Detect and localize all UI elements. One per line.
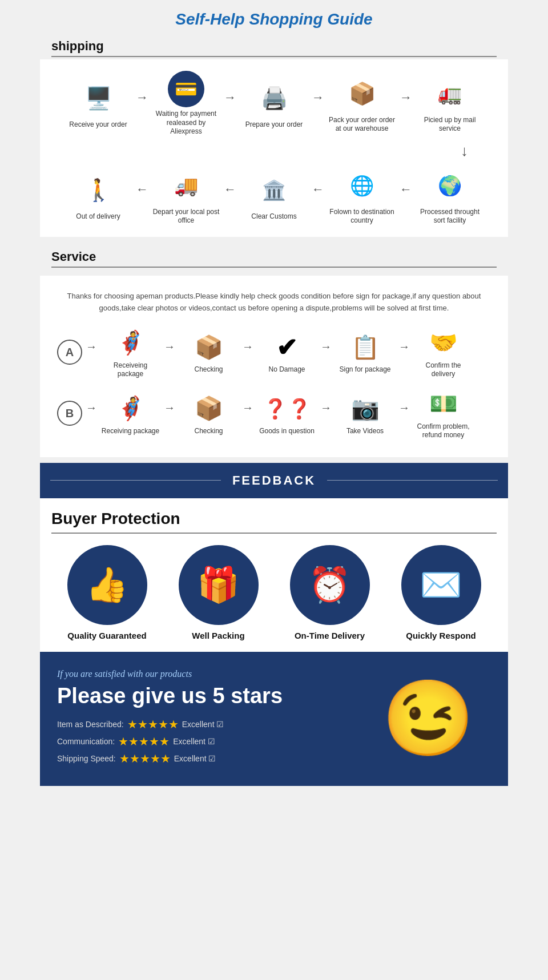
box-a-icon: 📦 — [195, 330, 223, 364]
stars-row-3: Shipping Speed: ★★★★★ Excellent ☑ — [57, 752, 365, 765]
handshake-a-icon: 🤝 — [429, 326, 458, 360]
stars-row-2-stars: ★★★★★ — [118, 735, 170, 748]
shipping-step-8: 🏛️ Clear Customs — [240, 170, 308, 221]
service-b-3-label: Goods in question — [259, 427, 315, 436]
buyer-section: Buyer Protection 👍 Quality Guaranteed 🎁 … — [40, 498, 508, 652]
arrow-6: ← — [224, 182, 236, 208]
timer-icon: ⏰ — [290, 545, 370, 625]
buyer-icons: 👍 Quality Guaranteed 🎁 Well Packing ⏰ On… — [51, 545, 497, 640]
stars-main: Please give us 5 stars — [57, 684, 365, 708]
arrow-a0: → — [86, 340, 97, 365]
hero-b-icon: 🦸 — [116, 392, 145, 426]
service-a-step-2: 📦 Checking — [179, 330, 239, 374]
buyer-title: Buyer Protection — [51, 510, 497, 534]
arrow-b4: → — [398, 401, 410, 426]
stars-row-2: Communication: ★★★★★ Excellent ☑ — [57, 735, 365, 748]
arrow-a1: → — [164, 340, 175, 365]
box-b-icon: 📦 — [195, 392, 223, 426]
service-b-4-label: Take Videos — [346, 427, 384, 436]
shipping-step-2-label: Waiting for payment realeased by Aliexpr… — [152, 110, 220, 136]
shipping-step-8-label: Clear Customs — [251, 212, 296, 221]
shipping-step-6-label: Out of delivery — [76, 212, 120, 221]
shipping-header: shipping — [40, 34, 508, 59]
shipping-step-7: 🚚 Depart your local post office — [152, 166, 220, 225]
shipping-step-5: 🚛 Picied up by mail service — [416, 74, 484, 134]
clipboard-a-icon: 📋 — [351, 330, 380, 364]
quality-icon: 👍 — [67, 545, 147, 625]
stars-row-2-text: Excellent ☑ — [173, 737, 215, 746]
stars-row-3-stars: ★★★★★ — [119, 752, 171, 765]
computer-icon: 🖥️ — [75, 78, 121, 118]
page-title: Self-Help Shopping Guide — [40, 0, 508, 34]
arrow-b1: → — [164, 401, 175, 426]
buyer-label-2: Well Packing — [192, 631, 244, 640]
service-b-step-1: 🦸 Receiving package — [100, 392, 160, 436]
buyer-item-2: 🎁 Well Packing — [173, 545, 264, 640]
service-header: Service — [40, 245, 508, 270]
down-arrow: ↓ — [46, 142, 502, 160]
hero-a-icon: 🦸 — [116, 326, 145, 360]
service-description: Thanks for choosing apeman products.Plea… — [51, 291, 497, 314]
shipping-row-1: 🖥️ Receive your order → 💳 Waiting for pa… — [46, 71, 502, 136]
print-icon: 🖨️ — [251, 78, 297, 118]
question-b-icon: ❓❓ — [263, 392, 311, 426]
stars-section: If you are satisfied with our products P… — [40, 652, 508, 786]
shipping-step-1: 🖥️ Receive your order — [64, 78, 132, 130]
service-row-a: A → 🦸 Receiveing package → 📦 Checking → … — [51, 326, 497, 379]
shipping-step-2: 💳 Waiting for payment realeased by Aliex… — [152, 71, 220, 136]
arrow-b3: → — [320, 401, 332, 426]
arrow-5: ← — [136, 182, 148, 208]
shipping-block: 🖥️ Receive your order → 💳 Waiting for pa… — [40, 59, 508, 237]
service-a-step-1: 🦸 Receiveing package — [100, 326, 160, 379]
arrow-a3: → — [320, 340, 332, 365]
arrow-1: → — [136, 90, 148, 116]
service-a-2-label: Checking — [194, 365, 223, 374]
arrow-3: → — [312, 90, 324, 116]
stars-row-3-text: Excellent ☑ — [174, 754, 216, 763]
arrow-2: → — [224, 90, 236, 116]
yellow-truck-icon: 🚚 — [163, 166, 209, 205]
service-b-step-5: 💵 Confirm problem, refund money — [413, 387, 473, 440]
service-a-3-label: No Damage — [268, 365, 305, 374]
check-a-icon: ✔ — [276, 330, 297, 364]
feedback-banner: FEEDBACK — [40, 463, 508, 498]
stars-left: If you are satisfied with our products P… — [57, 669, 365, 769]
stars-row-3-label: Shipping Speed: — [57, 754, 116, 763]
box-icon: 📦 — [339, 74, 385, 114]
feedback-line-right — [327, 480, 498, 481]
service-a-step-5: 🤝 Confirm the delivery — [413, 326, 473, 379]
shipping-step-4-label: Pack your order order at our warehouse — [328, 116, 396, 134]
arrow-7: ← — [312, 182, 324, 208]
shipping-step-10-label: Processed throught sort facility — [416, 208, 484, 225]
stars-row-1-text: Excellent ☑ — [182, 720, 224, 729]
buyer-item-4: ✉️ Quickly Respond — [396, 545, 487, 640]
stars-row-2-label: Communication: — [57, 737, 115, 746]
arrow-b2: → — [242, 401, 253, 426]
service-b-step-3: ❓❓ Goods in question — [257, 392, 317, 436]
service-a-5-label: Confirm the delivery — [413, 361, 473, 379]
shipping-step-7-label: Depart your local post office — [152, 208, 220, 225]
stars-subtitle: If you are satisfied with our products — [57, 669, 365, 679]
service-a-step-3: ✔ No Damage — [257, 330, 317, 374]
service-a-4-label: Sign for package — [339, 365, 390, 374]
customs-icon: 🏛️ — [251, 170, 297, 210]
service-a-1-label: Receiveing package — [100, 361, 160, 379]
service-area: Thanks for choosing apeman products.Plea… — [40, 276, 508, 457]
buyer-label-1: Quality Guaranteed — [67, 631, 146, 640]
refund-b-icon: 💵 — [429, 387, 458, 421]
arrow-8: ← — [400, 182, 412, 208]
mail-icon: ✉️ — [401, 545, 481, 625]
buyer-label-4: Quickly Respond — [406, 631, 476, 640]
packing-icon: 🎁 — [179, 545, 259, 625]
delivery-man-icon: 🚶 — [75, 170, 121, 210]
globe1-icon: 🌐 — [339, 166, 385, 205]
payment-icon: 💳 — [168, 71, 204, 107]
shipping-step-6: 🚶 Out of delivery — [64, 170, 132, 221]
shipping-step-3-label: Prepare your order — [245, 120, 303, 130]
service-row-b: B → 🦸 Receiving package → 📦 Checking → ❓… — [51, 387, 497, 440]
arrow-4: → — [400, 90, 412, 116]
service-label: Service — [51, 249, 497, 268]
shipping-label: shipping — [51, 39, 497, 57]
shipping-step-1-label: Receive your order — [69, 120, 127, 130]
arrow-b0: → — [86, 401, 97, 426]
